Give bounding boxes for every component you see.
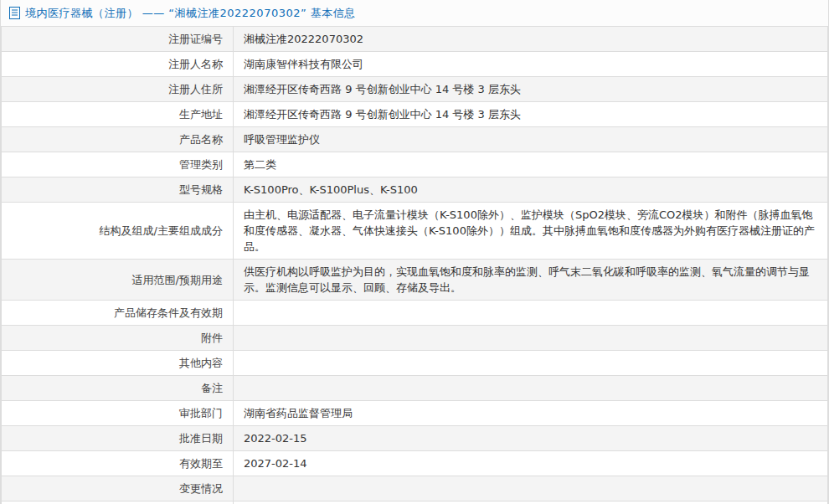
- table-row: 备注: [2, 376, 828, 401]
- table-row: 注册证编号湘械注准20222070302: [2, 27, 828, 52]
- row-label: 注册人名称: [2, 52, 234, 77]
- row-label: 适用范围/预期用途: [2, 260, 234, 301]
- row-label: ●注: [2, 501, 234, 504]
- table-row: 附件: [2, 326, 828, 351]
- table-row: 管理类别第二类: [2, 152, 828, 177]
- row-label: 审批部门: [2, 401, 234, 426]
- row-label: 型号规格: [2, 177, 234, 203]
- table-row: 注册人名称湖南康智伴科技有限公司: [2, 52, 828, 77]
- row-label: 附件: [2, 326, 234, 351]
- row-label: 批准日期: [2, 426, 234, 451]
- row-value: [234, 351, 828, 376]
- table-row: 其他内容: [2, 351, 828, 376]
- row-value: 2027-02-14: [234, 451, 828, 476]
- row-label: 管理类别: [2, 152, 234, 177]
- row-value: 由主机、电源适配器、电子流量计模块（K-S100除外）、监护模块（SpO2模块、…: [234, 203, 828, 260]
- row-value: [234, 326, 828, 351]
- row-value: 呼吸管理监护仪: [234, 127, 828, 152]
- row-label: 注册人住所: [2, 77, 234, 102]
- row-label: 注册证编号: [2, 27, 234, 52]
- table-row: 产品储存条件及有效期: [2, 301, 828, 326]
- row-value: K-S100Pro、K-S100Plus、K-S100: [234, 177, 828, 203]
- row-value: 湘潭经开区传奇西路 9 号创新创业中心 14 号楼 3 层东头: [234, 102, 828, 127]
- row-label: 有效期至: [2, 451, 234, 476]
- row-value: [234, 476, 828, 501]
- row-label: 产品名称: [2, 127, 234, 152]
- table-row: ●注详情: [2, 501, 828, 504]
- page-title: 境内医疗器械（注册） —— “湘械注准20222070302” 基本信息: [25, 6, 356, 21]
- document-icon: [9, 7, 20, 19]
- registration-info-page: 境内医疗器械（注册） —— “湘械注准20222070302” 基本信息 注册证…: [0, 0, 829, 504]
- table-row: 结构及组成/主要组成成分由主机、电源适配器、电子流量计模块（K-S100除外）、…: [2, 203, 828, 260]
- table-row: 批准日期2022-02-15: [2, 426, 828, 451]
- row-label: 变更情况: [2, 476, 234, 501]
- table-row: 生产地址湘潭经开区传奇西路 9 号创新创业中心 14 号楼 3 层东头: [2, 102, 828, 127]
- row-value: [234, 376, 828, 401]
- row-value: 湘械注准20222070302: [234, 27, 828, 52]
- row-value: 详情: [234, 501, 828, 504]
- table-row: 有效期至2027-02-14: [2, 451, 828, 476]
- row-label: 备注: [2, 376, 234, 401]
- row-value: [234, 301, 828, 326]
- row-value: 湘潭经开区传奇西路 9 号创新创业中心 14 号楼 3 层东头: [234, 77, 828, 102]
- row-label: 生产地址: [2, 102, 234, 127]
- row-value: 2022-02-15: [234, 426, 828, 451]
- table-row: 产品名称呼吸管理监护仪: [2, 127, 828, 152]
- table-row: 注册人住所湘潭经开区传奇西路 9 号创新创业中心 14 号楼 3 层东头: [2, 77, 828, 102]
- row-value: 湖南省药品监督管理局: [234, 401, 828, 426]
- table-row: 审批部门湖南省药品监督管理局: [2, 401, 828, 426]
- table-row: 适用范围/预期用途供医疗机构以呼吸监护为目的，实现血氧饱和度和脉率的监测、呼气末…: [2, 260, 828, 301]
- row-value: 湖南康智伴科技有限公司: [234, 52, 828, 77]
- row-label: 结构及组成/主要组成成分: [2, 203, 234, 260]
- row-value: 供医疗机构以呼吸监护为目的，实现血氧饱和度和脉率的监测、呼气末二氧化碳和呼吸率的…: [234, 260, 828, 301]
- row-label: 其他内容: [2, 351, 234, 376]
- page-header: 境内医疗器械（注册） —— “湘械注准20222070302” 基本信息: [1, 0, 828, 26]
- table-row: 型号规格K-S100Pro、K-S100Plus、K-S100: [2, 177, 828, 203]
- row-label: 产品储存条件及有效期: [2, 301, 234, 326]
- row-value: 第二类: [234, 152, 828, 177]
- registration-info-table: 注册证编号湘械注准20222070302注册人名称湖南康智伴科技有限公司注册人住…: [1, 26, 828, 504]
- table-row: 变更情况: [2, 476, 828, 501]
